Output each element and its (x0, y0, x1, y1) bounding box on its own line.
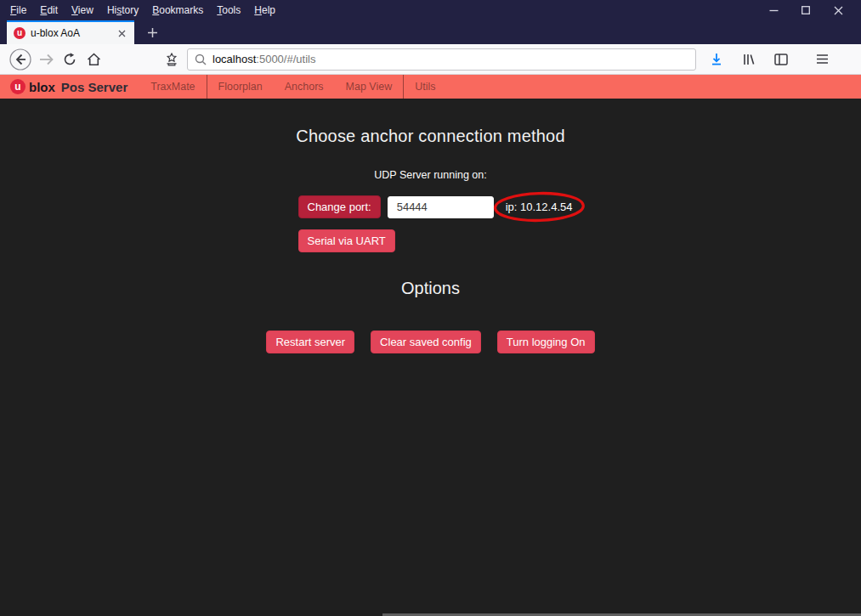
brand-suffix: Pos Server (61, 80, 127, 94)
url-text: localhost:5000/#/utils (212, 53, 315, 65)
reload-icon[interactable] (58, 48, 82, 71)
url-host: localhost (212, 53, 256, 65)
options-buttons: Restart server Clear saved config Turn l… (0, 331, 861, 353)
port-row: Change port: ip: 10.12.4.54 (298, 195, 564, 218)
connection-controls: Change port: ip: 10.12.4.54 Serial via U… (298, 195, 564, 252)
hamburger-menu-icon[interactable] (810, 48, 834, 71)
page-title: Choose anchor connection method (0, 127, 861, 146)
tab-close-icon[interactable] (114, 25, 129, 41)
download-icon[interactable] (705, 48, 728, 71)
port-input[interactable] (388, 196, 494, 218)
ip-text: ip: 10.12.4.54 (506, 201, 573, 213)
minimize-icon[interactable] (757, 0, 790, 20)
restart-server-button[interactable]: Restart server (266, 331, 354, 353)
menu-file[interactable]: File (3, 2, 33, 19)
sidebar-icon[interactable] (769, 48, 793, 71)
back-icon[interactable] (7, 48, 34, 71)
tab-bar: u u-blox AoA (0, 20, 861, 44)
url-bar[interactable]: localhost:5000/#/utils (187, 48, 696, 71)
brand-ublox-pos-server[interactable]: u blox Pos Server (10, 79, 127, 94)
menu-bar: File Edit View History Bookmarks Tools H… (0, 0, 861, 20)
site-navbar: u blox Pos Server TraxMate Floorplan Anc… (0, 75, 861, 99)
nav-link-anchors[interactable]: Anchors (274, 75, 335, 99)
change-port-button[interactable]: Change port: (298, 195, 381, 218)
ip-label: ip: 10.12.4.54 (504, 199, 575, 215)
browser-window: File Edit View History Bookmarks Tools H… (0, 0, 861, 616)
maximize-icon[interactable] (790, 0, 822, 20)
menu-view[interactable]: View (65, 2, 100, 19)
tab-title: u-blox AoA (31, 27, 114, 39)
url-path: :5000/#/utils (256, 53, 315, 65)
navigation-toolbar: localhost:5000/#/utils (0, 44, 861, 75)
menu-help[interactable]: Help (247, 2, 282, 19)
ublox-logo-icon: u (10, 79, 25, 94)
menu-edit[interactable]: Edit (33, 2, 65, 19)
site-nav-links: TraxMate Floorplan Anchors Map View Util… (139, 75, 446, 99)
options-heading: Options (0, 279, 861, 298)
menu-history[interactable]: History (100, 2, 145, 19)
menu-bookmarks[interactable]: Bookmarks (145, 2, 210, 19)
window-controls (757, 0, 861, 20)
forward-icon[interactable] (34, 48, 58, 71)
bookmarks-menu-icon[interactable] (160, 48, 184, 71)
serial-via-uart-button[interactable]: Serial via UART (298, 229, 395, 252)
ublox-favicon: u (14, 27, 25, 39)
home-icon[interactable] (82, 48, 105, 71)
search-icon (195, 54, 207, 65)
nav-link-traxmate[interactable]: TraxMate (139, 75, 206, 99)
menu-tools[interactable]: Tools (210, 2, 247, 19)
nav-link-map-view[interactable]: Map View (335, 75, 404, 99)
toolbar-right-icons (705, 48, 834, 71)
brand-name: blox (29, 80, 55, 94)
turn-logging-on-button[interactable]: Turn logging On (497, 331, 595, 353)
new-tab-icon[interactable] (141, 21, 163, 43)
nav-link-floorplan[interactable]: Floorplan (207, 75, 274, 99)
tab-ublox-aoa[interactable]: u u-blox AoA (7, 20, 134, 44)
nav-link-utils[interactable]: Utils (404, 75, 446, 99)
close-window-icon[interactable] (822, 0, 854, 20)
library-icon[interactable] (737, 48, 761, 71)
clear-saved-config-button[interactable]: Clear saved config (371, 331, 481, 353)
udp-status-label: UDP Server running on: (0, 169, 861, 181)
page-content: Choose anchor connection method UDP Serv… (0, 99, 861, 616)
